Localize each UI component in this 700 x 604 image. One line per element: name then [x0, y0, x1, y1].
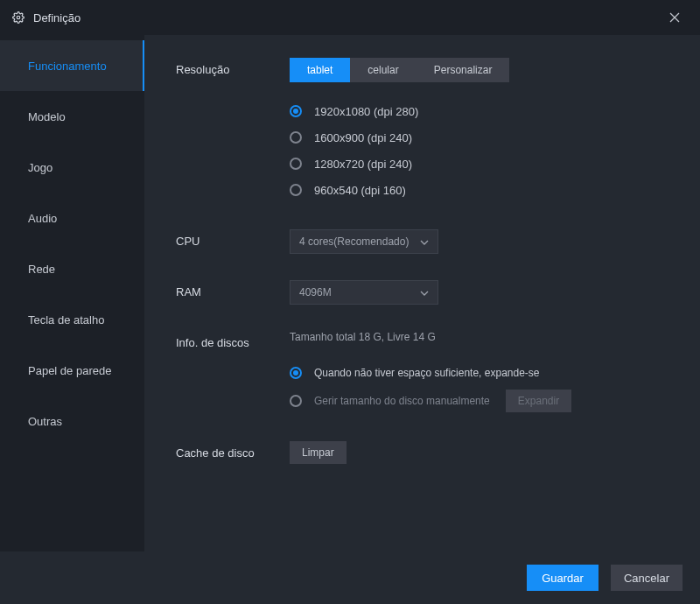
- sidebar-item-jogo[interactable]: Jogo: [0, 142, 144, 193]
- sidebar-item-label: Rede: [28, 263, 55, 276]
- radio-icon: [290, 105, 302, 117]
- resolution-label: Resolução: [176, 58, 290, 76]
- tab-celular[interactable]: celular: [350, 58, 416, 82]
- sidebar-item-tecla-de-atalho[interactable]: Tecla de atalho: [0, 294, 144, 345]
- content-panel: Resolução tablet celular Personalizar 19…: [144, 35, 700, 551]
- resolution-option-2[interactable]: 1280x720 (dpi 240): [290, 151, 682, 177]
- close-button[interactable]: [662, 4, 688, 31]
- radio-icon: [290, 395, 302, 407]
- radio-label: 1280x720 (dpi 240): [314, 158, 412, 171]
- radio-label: Quando não tiver espaço suficiente, expa…: [314, 367, 540, 379]
- sidebar-item-label: Jogo: [28, 161, 52, 174]
- sidebar-item-label: Outras: [28, 415, 62, 428]
- svg-point-0: [17, 16, 20, 19]
- radio-icon: [290, 158, 302, 170]
- radio-icon: [290, 367, 302, 379]
- sidebar-item-audio[interactable]: Audio: [0, 193, 144, 243]
- radio-label: Gerir tamanho do disco manualmente: [314, 395, 490, 407]
- gear-icon: [12, 11, 24, 24]
- disk-option-manual[interactable]: Gerir tamanho do disco manualmente Expan…: [290, 387, 682, 415]
- disk-label: Info. de discos: [176, 331, 290, 349]
- radio-icon: [290, 131, 302, 144]
- sidebar-item-outras[interactable]: Outras: [0, 396, 144, 446]
- cpu-dropdown[interactable]: 4 cores(Recomendado): [290, 229, 438, 254]
- cancel-button[interactable]: Cancelar: [611, 565, 682, 591]
- resolution-option-0[interactable]: 1920x1080 (dpi 280): [290, 98, 682, 124]
- expand-button[interactable]: Expandir: [506, 390, 571, 412]
- sidebar-item-funcionamento[interactable]: Funcionamento: [0, 40, 144, 91]
- radio-label: 960x540 (dpi 160): [314, 184, 406, 197]
- tab-personalizar[interactable]: Personalizar: [416, 58, 510, 82]
- close-icon: [669, 12, 680, 23]
- ram-label: RAM: [176, 280, 290, 298]
- disk-summary: Tamanho total 18 G, Livre 14 G: [290, 331, 682, 343]
- dropdown-value: 4 cores(Recomendado): [299, 235, 409, 248]
- radio-label: 1600x900 (dpi 240): [314, 131, 412, 144]
- save-button[interactable]: Guardar: [527, 565, 598, 591]
- resolution-option-3[interactable]: 960x540 (dpi 160): [290, 177, 682, 203]
- radio-icon: [290, 184, 302, 196]
- sidebar-item-label: Funcionamento: [28, 60, 107, 73]
- sidebar-item-label: Papel de parede: [28, 364, 111, 377]
- dropdown-value: 4096M: [299, 286, 332, 298]
- cache-label: Cache de disco: [176, 441, 290, 460]
- ram-dropdown[interactable]: 4096M: [290, 280, 438, 305]
- sidebar-item-modelo[interactable]: Modelo: [0, 91, 144, 142]
- disk-option-auto[interactable]: Quando não tiver espaço suficiente, expa…: [290, 359, 682, 387]
- titlebar: Definição: [0, 0, 700, 35]
- resolution-mode-segment: tablet celular Personalizar: [290, 58, 509, 82]
- radio-label: 1920x1080 (dpi 280): [314, 105, 418, 118]
- tab-tablet[interactable]: tablet: [290, 58, 350, 82]
- chevron-down-icon: [420, 286, 429, 298]
- sidebar-item-label: Audio: [28, 212, 57, 225]
- footer: Guardar Cancelar: [0, 551, 700, 604]
- resolution-options: 1920x1080 (dpi 280) 1600x900 (dpi 240) 1…: [290, 98, 682, 203]
- sidebar-item-label: Modelo: [28, 110, 66, 123]
- cpu-label: CPU: [176, 229, 290, 248]
- sidebar-item-papel-de-parede[interactable]: Papel de parede: [0, 345, 144, 396]
- sidebar-item-rede[interactable]: Rede: [0, 243, 144, 294]
- resolution-option-1[interactable]: 1600x900 (dpi 240): [290, 124, 682, 151]
- chevron-down-icon: [420, 235, 429, 248]
- window-title: Definição: [33, 11, 80, 25]
- clear-cache-button[interactable]: Limpar: [290, 441, 346, 464]
- sidebar: Funcionamento Modelo Jogo Audio Rede Tec…: [0, 35, 144, 551]
- sidebar-item-label: Tecla de atalho: [28, 313, 104, 327]
